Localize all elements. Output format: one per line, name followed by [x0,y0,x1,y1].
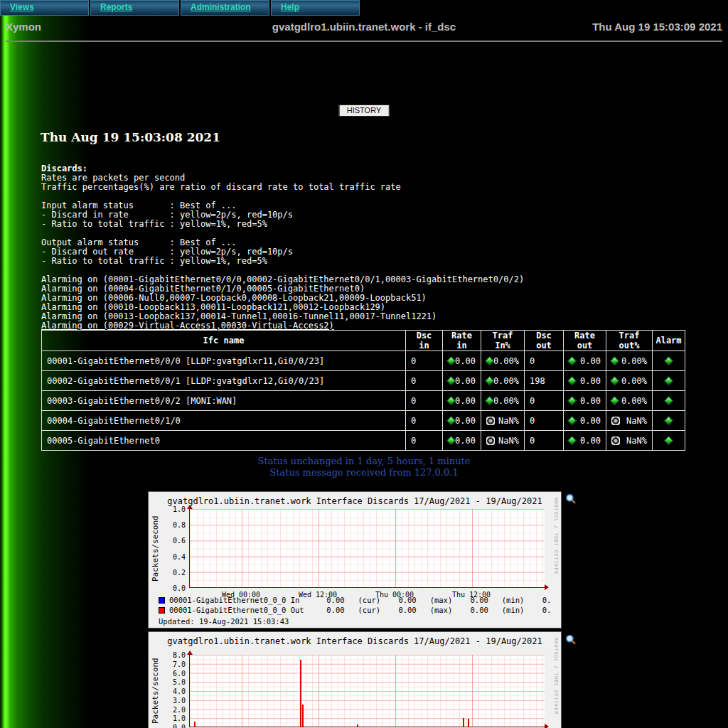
discard-count-cell: 0 [525,431,564,451]
rate-cell: 0.00% [606,391,653,411]
status-ok-icon [446,436,456,445]
nav-item-help[interactable]: Help [271,0,360,16]
nav-link[interactable]: Help [281,2,299,12]
zoom-graph-icon[interactable] [565,634,577,646]
rate-cell: NaN% [481,411,525,431]
rate-cell: 0.00 [443,431,481,451]
rate-value: 0.00% [621,376,647,386]
table-row: 00005-GigabitEthernet000.00NaN%00.00NaN% [42,431,685,451]
nav-item-reports[interactable]: Reports [90,0,179,16]
nav-link[interactable]: Administration [191,2,251,12]
ifc-name-cell: 00004-GigabitEthernet0/1/0 [42,411,406,431]
column-header: Dsc in [406,331,443,351]
rate-value: 0.00 [580,376,601,386]
status-ok-icon [610,396,619,405]
discard-count-cell: 0 [406,411,443,431]
status-ok-icon [664,436,673,445]
discard-count-cell: 0 [406,351,443,371]
discards-graph-1[interactable]: gvatgdlro1.ubiin.tranet.work Interface D… [148,491,562,628]
y-tick-label: 5.0 [163,678,186,686]
graph-title: gvatgdlro1.ubiin.tranet.work Interface D… [149,496,561,506]
y-tick-label: 1.0 [163,505,186,513]
rate-value: 0.00 [455,396,476,406]
discards-graph-2[interactable]: gvatgdlro1.ubiin.tranet.work Interface D… [148,631,562,728]
discard-count-cell: 0 [525,411,564,431]
y-tick-label: 3.0 [163,697,186,705]
legend-row: 00001-GigabitEthernet0_0_0 In 0.00 (cur)… [159,596,551,605]
x-axis-arrow [545,724,549,728]
data-spike [194,722,196,727]
data-spike [300,660,301,727]
column-header: Traf out% [606,331,653,351]
y-tick-label: 0.2 [163,569,186,577]
column-header: Alarm [653,331,685,351]
discards-info: Discards: Rates are packets per second T… [41,164,524,331]
discard-count-cell: 0 [525,351,564,371]
status-ok-icon [664,356,673,365]
page-header: Xymon gvatgdlro1.ubiin.tranet.work - if_… [0,19,728,35]
ifc-name-cell: 00003-GigabitEthernet0/0/2 [MONI:WAN] [42,391,406,411]
rate-cell: 0.00% [481,371,525,391]
data-spike [468,719,469,727]
rate-value: 0.00 [580,416,601,426]
nav-item-administration[interactable]: Administration [181,0,269,16]
status-ok-icon [567,436,577,445]
y-axis-arrow [187,505,193,509]
status-ok-icon [664,416,673,425]
rate-value: 0.00 [455,356,476,366]
status-ok-icon [567,396,577,405]
alarm-cell [653,371,685,391]
status-clear-icon [486,417,495,425]
data-spike [302,705,304,727]
nav-item-views[interactable]: Views [0,0,89,16]
nav-link[interactable]: Reports [100,2,132,12]
status-ok-icon [664,376,673,385]
status-source-text: Status message received from 127.0.0.1 [0,467,728,478]
y-tick-label: 1.0 [163,714,186,722]
ifc-name-cell: 00005-GigabitEthernet0 [42,431,406,451]
zoom-graph-icon[interactable] [565,493,577,505]
interface-table: Ifc nameDsc inRate inTraf In%Dsc outRate… [41,330,685,451]
nav-link[interactable]: Views [10,2,34,12]
column-header: Ifc name [42,331,406,351]
x-axis-arrow [545,584,549,590]
rate-value: NaN% [626,416,647,426]
discards-body: Rates are packets per second Traffic per… [41,173,524,321]
graph-ylabel: Packets/second [151,655,160,727]
status-ok-icon [446,416,456,425]
column-header: Rate in [443,331,481,351]
table-row: 00004-GigabitEthernet0/1/000.00NaN%00.00… [42,411,685,431]
rate-value: 0.00 [580,436,601,446]
table-header-row: Ifc nameDsc inRate inTraf In%Dsc outRate… [42,331,685,351]
status-ok-icon [446,376,456,385]
rate-value: 0.00% [621,356,647,366]
table-row: 00002-GigabitEthernet0/0/1 [LLDP:gvatgdl… [42,371,685,391]
legend-row: 00001-GigabitEthernet0_0_0 Out 0.00 (cur… [159,606,551,615]
column-header: Rate out [564,331,606,351]
graph-plot-area [189,509,545,588]
status-unchanged-text: Status unchanged in 1 day, 5 hours, 1 mi… [0,456,728,467]
legend-swatch [159,607,165,614]
rate-value: 0.00 [580,396,601,406]
status-ok-icon [610,376,619,385]
rate-value: 0.00% [493,356,519,366]
history-button[interactable]: HISTORY [339,105,390,117]
discard-count-cell: 198 [525,371,564,391]
y-tick-label: 4.0 [163,687,186,695]
column-header: Dsc out [525,331,564,351]
rate-cell: 0.00% [606,371,653,391]
rate-cell: 0.00% [606,351,653,371]
status-clear-icon [611,417,620,425]
alarm-cell [653,351,685,371]
discards-label: Discards: [41,164,87,173]
rate-value: NaN% [498,436,519,446]
graph-plot-area [189,655,545,727]
alarming-last-line: Alarming on (00029-Virtual-Access1,00030… [41,321,334,331]
y-tick-label: 7.0 [163,660,186,668]
rate-cell: NaN% [606,431,653,451]
table-row: 00003-GigabitEthernet0/0/2 [MONI:WAN]00.… [42,391,685,411]
rate-value: 0.00 [455,376,476,386]
rate-cell: 0.00 [443,411,481,431]
header-divider [6,41,722,42]
rrdtool-watermark: RRDTOOL / TOBI OETIKER [553,498,559,574]
